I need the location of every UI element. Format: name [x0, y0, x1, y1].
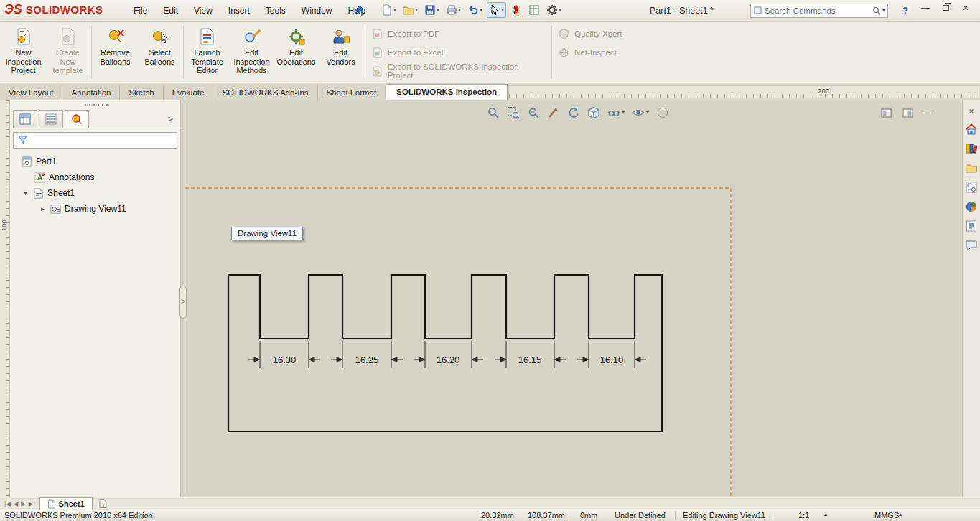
- quality-xpert-button[interactable]: Quality Xpert: [554, 24, 655, 43]
- restore-glyph: [943, 5, 949, 11]
- remove-balloons-button[interactable]: Remove Balloons: [93, 23, 137, 82]
- menu-view[interactable]: View: [186, 2, 220, 19]
- scale-caret-icon[interactable]: ▴: [824, 511, 827, 517]
- tab-solidworks-add-ins[interactable]: SOLIDWORKS Add-Ins: [213, 85, 317, 100]
- titlebar: ЭS SOLIDWORKS File Edit View Insert Tool…: [0, 0, 980, 22]
- dimension-16-30[interactable]: 16.30: [248, 341, 320, 368]
- tree-item-part[interactable]: Part1: [10, 154, 180, 169]
- dimension-value: 16.25: [355, 355, 379, 365]
- tree-collapsed-icon[interactable]: ▸: [39, 205, 47, 212]
- restore-window-icon[interactable]: [935, 0, 956, 16]
- panel-expand-icon[interactable]: >: [163, 113, 177, 124]
- edit-vendors-button[interactable]: Edit Vendors: [319, 23, 363, 82]
- menu-window[interactable]: Window: [294, 2, 340, 19]
- ribbon-separator: [183, 26, 184, 78]
- help-icon[interactable]: ?: [902, 5, 908, 16]
- edit-inspection-methods-button[interactable]: Edit Inspection Methods: [230, 23, 274, 82]
- file-explorer-icon[interactable]: [965, 161, 978, 174]
- inspection-manager-tab[interactable]: [65, 110, 89, 128]
- ruler-label: 200: [818, 87, 829, 95]
- caret-down-icon: ▾: [437, 7, 439, 13]
- dimension-16-15[interactable]: 16.15: [495, 341, 566, 368]
- caret-down-icon: ▾: [501, 7, 504, 13]
- open-file-icon[interactable]: ▾: [401, 2, 420, 18]
- splitter-grip-dot: [182, 300, 185, 303]
- sheet-tab-sheet1[interactable]: Sheet1: [39, 497, 93, 510]
- tree-item-drawing-view[interactable]: ▸ Drawing View11: [10, 201, 180, 217]
- edit-vendors-icon: [332, 27, 350, 46]
- undo-icon[interactable]: ▾: [465, 2, 485, 18]
- tree-item-annotations[interactable]: A Annotations: [10, 169, 180, 185]
- feature-manager-tab[interactable]: [13, 110, 37, 128]
- export-to-pdf-button[interactable]: Export to PDF: [368, 24, 549, 43]
- property-manager-tab[interactable]: [39, 110, 63, 128]
- print-icon[interactable]: ▾: [444, 2, 463, 18]
- select-balloons-icon: [151, 27, 169, 46]
- drawing-canvas[interactable]: ▾ ▾ —: [185, 100, 980, 497]
- sheet-scale[interactable]: 1:1: [798, 511, 809, 520]
- search-commands-input[interactable]: [763, 6, 872, 16]
- export-to-excel-button[interactable]: Export to Excel: [368, 43, 549, 62]
- task-pane: ×: [962, 100, 980, 497]
- menu-insert[interactable]: Insert: [220, 2, 258, 19]
- select-balloons-button[interactable]: Select Balloons: [138, 23, 182, 82]
- tab-annotation[interactable]: Annotation: [62, 85, 120, 100]
- home-icon[interactable]: [965, 123, 978, 136]
- pin-menu-icon[interactable]: [353, 4, 365, 18]
- export-group: Export to PDF Export to Excel Export to …: [368, 24, 549, 80]
- tree-expanded-icon[interactable]: ▾: [22, 189, 29, 197]
- first-sheet-icon[interactable]: |◀: [4, 500, 11, 507]
- menu-edit[interactable]: Edit: [155, 2, 186, 19]
- previous-sheet-icon[interactable]: ◀: [14, 500, 19, 507]
- rebuild-icon[interactable]: [508, 2, 524, 18]
- menu-file[interactable]: File: [126, 2, 155, 19]
- new-inspection-project-button[interactable]: New Inspection Project: [1, 23, 45, 82]
- launch-template-editor-button[interactable]: Launch Template Editor: [185, 23, 229, 82]
- design-library-icon[interactable]: [965, 142, 978, 155]
- tree-filter-box[interactable]: [13, 132, 177, 149]
- ruler-label: 100: [0, 220, 8, 231]
- options-gear-icon[interactable]: ▾: [544, 2, 564, 18]
- units-caret-icon[interactable]: ▴: [899, 511, 902, 517]
- panel-grip-handle[interactable]: [83, 103, 108, 107]
- cursor-x-coordinate: 20.32mm: [481, 511, 514, 520]
- add-sheet-icon[interactable]: [98, 499, 108, 509]
- tab-view-layout[interactable]: View Layout: [0, 85, 62, 100]
- unit-system[interactable]: MMGS: [874, 511, 899, 520]
- tree-item-sheet[interactable]: ▾ Sheet1: [10, 185, 180, 201]
- sheet-tab-label: Sheet1: [59, 499, 85, 508]
- edit-operations-button[interactable]: Edit Operations: [274, 23, 318, 82]
- tab-evaluate[interactable]: Evaluate: [164, 85, 214, 100]
- dimension-16-10[interactable]: 16.10: [577, 341, 646, 368]
- select-tool-icon[interactable]: ▾: [487, 2, 506, 18]
- minimize-window-icon[interactable]: —: [915, 0, 935, 16]
- close-window-icon[interactable]: ×: [956, 0, 976, 16]
- create-new-template-button[interactable]: Create New template: [46, 23, 90, 82]
- export-to-inspection-project-button[interactable]: Export to SOLIDWORKS Inspection Project: [368, 62, 549, 80]
- sheet-tab-icon: [47, 499, 56, 509]
- dimension-16-25[interactable]: 16.25: [331, 341, 403, 368]
- save-icon[interactable]: ▾: [422, 2, 442, 18]
- custom-properties-icon[interactable]: [965, 220, 978, 233]
- net-inspect-button[interactable]: Net-Inspect: [554, 43, 655, 62]
- next-sheet-icon[interactable]: ▶: [21, 500, 26, 507]
- tab-solidworks-inspection[interactable]: SOLIDWORKS Inspection: [386, 84, 508, 100]
- appearances-icon[interactable]: [965, 200, 978, 213]
- drawing-sheet[interactable]: 16.30 16.25 16.20: [185, 100, 980, 497]
- search-icon[interactable]: [872, 6, 882, 16]
- tab-sketch[interactable]: Sketch: [120, 85, 163, 100]
- caret-down-icon[interactable]: ▾: [882, 8, 885, 14]
- view-palette-icon[interactable]: [965, 181, 978, 194]
- solidworks-forum-icon[interactable]: [965, 239, 978, 252]
- sheet-properties-icon[interactable]: [526, 2, 542, 18]
- part-outline[interactable]: [228, 275, 662, 431]
- tab-sheet-format[interactable]: Sheet Format: [318, 85, 386, 100]
- dimension-16-20[interactable]: 16.20: [414, 341, 483, 368]
- manager-tab-strip: >: [10, 108, 180, 128]
- button-label: Create New template: [52, 48, 83, 75]
- last-sheet-icon[interactable]: ▶|: [29, 500, 35, 507]
- close-task-pane-icon[interactable]: ×: [969, 106, 974, 116]
- menu-tools[interactable]: Tools: [258, 2, 294, 19]
- new-file-icon[interactable]: ▾: [379, 2, 398, 18]
- export-pdf-icon: [372, 29, 383, 39]
